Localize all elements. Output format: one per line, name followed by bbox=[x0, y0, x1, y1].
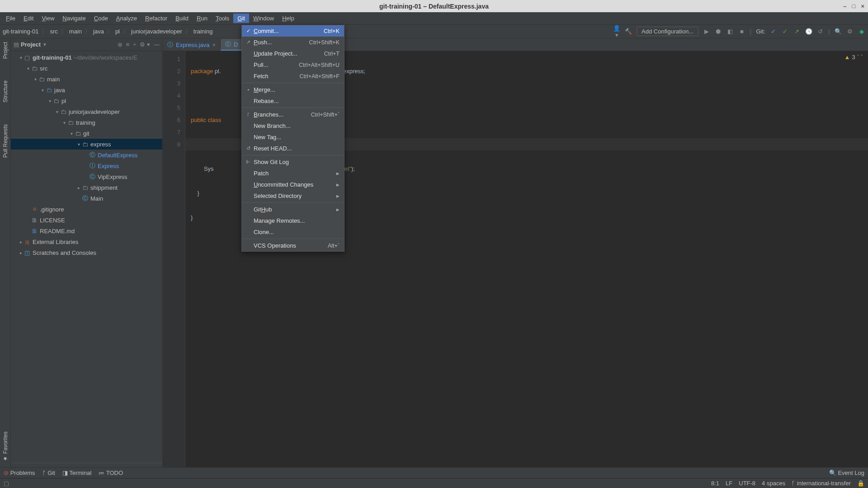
git-menu-item[interactable]: ↺Reset HEAD... bbox=[242, 143, 344, 154]
locate-icon[interactable]: ⊕ bbox=[118, 41, 123, 48]
git-branch[interactable]: ᚶ international-transfer bbox=[792, 480, 851, 487]
coverage-icon[interactable]: ◧ bbox=[726, 28, 734, 35]
project-label[interactable]: Project bbox=[21, 41, 41, 48]
git-menu-item[interactable]: Pull...Ctrl+Alt+Shift+U bbox=[242, 59, 344, 70]
tree-mainclass[interactable]: ⒸMain bbox=[11, 193, 162, 204]
tree-jjd[interactable]: ▾🗀juniorjavadeveloper bbox=[11, 106, 162, 117]
git-menu-item[interactable]: Selected Directory▸ bbox=[242, 190, 344, 202]
encoding[interactable]: UTF-8 bbox=[739, 480, 755, 487]
menu-tools[interactable]: Tools bbox=[212, 14, 233, 23]
git-tool[interactable]: ᚶ Git bbox=[42, 469, 55, 476]
todo-tool[interactable]: ≔ TODO bbox=[99, 469, 123, 476]
event-log[interactable]: 🔍 Event Log bbox=[829, 469, 864, 476]
git-menu-item[interactable]: GitHub▸ bbox=[242, 204, 344, 215]
menu-file[interactable]: File bbox=[2, 14, 19, 23]
breadcrumb-item[interactable]: pl bbox=[115, 28, 120, 35]
menu-build[interactable]: Build bbox=[171, 14, 193, 23]
gear-icon[interactable]: ⚙ ▾ bbox=[140, 41, 150, 48]
problems-tool[interactable]: ⊘ Problems bbox=[4, 469, 35, 476]
git-menu-item[interactable]: Rebase... bbox=[242, 95, 344, 107]
git-menu-item[interactable]: Clone... bbox=[242, 226, 344, 238]
settings-icon[interactable]: ⚙ bbox=[846, 28, 854, 35]
menu-window[interactable]: Window bbox=[249, 14, 278, 23]
tree-main[interactable]: ▾🗀main bbox=[11, 74, 162, 84]
user-icon[interactable]: 👤▾ bbox=[613, 25, 620, 38]
breadcrumb-item[interactable]: training bbox=[193, 28, 213, 35]
indent[interactable]: 4 spaces bbox=[762, 480, 785, 487]
tree-git[interactable]: ▾🗀git bbox=[11, 128, 162, 139]
breadcrumb-item[interactable]: java bbox=[93, 28, 104, 35]
collapse-icon[interactable]: ÷ bbox=[133, 41, 136, 48]
menu-git[interactable]: Git bbox=[233, 14, 249, 23]
tree-gitignore[interactable]: ⌗.gitignore bbox=[11, 204, 162, 215]
git-commit-icon[interactable]: ✓ bbox=[782, 28, 789, 35]
tree-src[interactable]: ▾🗀src bbox=[11, 63, 162, 74]
editor-tab[interactable]: ⒸD bbox=[221, 39, 243, 51]
close-tab-icon[interactable]: × bbox=[212, 42, 216, 48]
toolwindow-tab-structure[interactable]: Structure bbox=[1, 79, 9, 104]
git-menu-item[interactable]: ↗Push...Ctrl+Shift+K bbox=[242, 37, 344, 48]
tree-file[interactable]: ⒸVipExpress bbox=[11, 171, 162, 182]
git-menu-item[interactable]: Patch▸ bbox=[242, 168, 344, 179]
git-history-icon[interactable]: 🕓 bbox=[805, 28, 812, 35]
maximize-icon[interactable]: □ bbox=[852, 3, 856, 9]
tree-pl[interactable]: ▾🗀pl bbox=[11, 95, 162, 106]
breadcrumb-item[interactable]: main bbox=[69, 28, 82, 35]
inspection-badge[interactable]: ▲3 ˆ ˇ bbox=[844, 54, 863, 61]
toolwindow-tab-favorites[interactable]: ★ Favorites bbox=[1, 430, 9, 464]
git-menu-item[interactable]: ⊩Show Git Log bbox=[242, 156, 344, 168]
breadcrumb-item[interactable]: juniorjavadeveloper bbox=[131, 28, 182, 35]
menu-view[interactable]: View bbox=[38, 14, 58, 23]
expand-icon[interactable]: ≡ bbox=[126, 41, 130, 48]
close-icon[interactable]: × bbox=[861, 3, 864, 9]
git-rollback-icon[interactable]: ↺ bbox=[817, 28, 824, 35]
stop-icon[interactable]: ■ bbox=[738, 28, 745, 35]
git-update-icon[interactable]: ✓ bbox=[770, 28, 777, 35]
menu-analyze[interactable]: Analyze bbox=[112, 14, 141, 23]
hide-icon[interactable]: — bbox=[154, 41, 160, 48]
git-menu-item[interactable]: New Tag... bbox=[242, 131, 344, 143]
tree-file[interactable]: ⒾExpress bbox=[11, 160, 162, 171]
terminal-tool[interactable]: ◨ Terminal bbox=[62, 469, 92, 476]
search-icon[interactable]: 🔍 bbox=[835, 28, 842, 35]
breadcrumb-item[interactable]: src bbox=[50, 28, 58, 35]
menu-help[interactable]: Help bbox=[278, 14, 298, 23]
tree-file[interactable]: ⒸDefaultExpress bbox=[11, 150, 162, 160]
status-icon[interactable]: ▢ bbox=[4, 480, 9, 487]
editor-tab[interactable]: ⒾExpress.java× bbox=[163, 39, 221, 51]
tree-express[interactable]: ▾🗀express bbox=[11, 139, 162, 150]
toolwindow-tab-pull-requests[interactable]: Pull Requests bbox=[1, 122, 9, 160]
build-icon[interactable]: 🔨 bbox=[625, 28, 632, 35]
debug-icon[interactable]: ⬢ bbox=[715, 28, 722, 35]
breadcrumb-item[interactable]: git-training-01 bbox=[3, 28, 39, 35]
add-configuration-button[interactable]: Add Configuration... bbox=[637, 27, 698, 36]
git-push-icon[interactable]: ↗ bbox=[793, 28, 801, 35]
menu-run[interactable]: Run bbox=[193, 14, 212, 23]
project-tree[interactable]: ▾▢git-training-01 ~/dev/dev/workspaces/E… bbox=[11, 51, 162, 463]
git-menu-item[interactable]: ✓Commit...Ctrl+K bbox=[242, 25, 344, 37]
tree-root[interactable]: ▾▢git-training-01 ~/dev/dev/workspaces/E bbox=[11, 52, 162, 63]
git-menu-item[interactable]: Update Project...Ctrl+T bbox=[242, 48, 344, 59]
git-menu-item[interactable]: ᚶBranches...Ctrl+Shift+` bbox=[242, 109, 344, 120]
tree-readme[interactable]: 🗎README.md bbox=[11, 225, 162, 236]
caret-position[interactable]: 8:1 bbox=[711, 480, 719, 487]
tree-scratches[interactable]: ▸◫Scratches and Consoles bbox=[11, 247, 162, 258]
git-menu-item[interactable]: New Branch... bbox=[242, 120, 344, 131]
tree-license[interactable]: 🗎LICENSE bbox=[11, 215, 162, 225]
menu-code[interactable]: Code bbox=[90, 14, 112, 23]
lock-icon[interactable]: 🔒 bbox=[857, 480, 864, 487]
menu-edit[interactable]: Edit bbox=[19, 14, 38, 23]
tree-shippment[interactable]: ▸🗀shippment bbox=[11, 182, 162, 193]
run-icon[interactable]: ▶ bbox=[703, 28, 710, 35]
git-menu-item[interactable]: FetchCtrl+Alt+Shift+F bbox=[242, 70, 344, 82]
tree-training[interactable]: ▾🗀training bbox=[11, 117, 162, 128]
git-menu-item[interactable]: Manage Remotes... bbox=[242, 215, 344, 226]
menu-refactor[interactable]: Refactor bbox=[141, 14, 171, 23]
tree-java[interactable]: ▾🗀java bbox=[11, 84, 162, 95]
ide-icon[interactable]: ◆ bbox=[858, 28, 865, 35]
git-menu-item[interactable]: VCS OperationsAlt+` bbox=[242, 240, 344, 251]
git-menu-item[interactable]: ⭑Merge... bbox=[242, 84, 344, 95]
minimize-icon[interactable]: – bbox=[843, 3, 846, 9]
tree-ext-libs[interactable]: ▸⫼External Libraries bbox=[11, 236, 162, 247]
toolwindow-tab-project[interactable]: Project bbox=[1, 40, 9, 61]
